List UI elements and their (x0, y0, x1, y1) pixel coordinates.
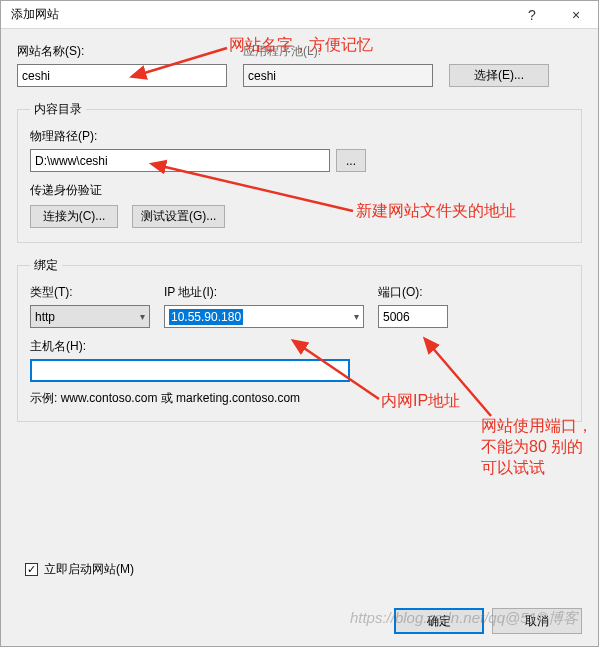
close-button[interactable]: × (554, 1, 598, 29)
help-button[interactable]: ? (510, 1, 554, 29)
pass-through-auth-label: 传递身份验证 (30, 182, 569, 199)
ip-select[interactable]: 10.55.90.180 ▾ (164, 305, 364, 328)
browse-path-button[interactable]: ... (336, 149, 366, 172)
watermark: https://blog.csdn.net/qq@51©博客 (350, 609, 578, 628)
start-immediately-label: 立即启动网站(M) (44, 561, 134, 578)
physical-path-input[interactable] (30, 149, 330, 172)
titlebar: 添加网站 ? × (1, 1, 598, 29)
app-pool-label: 应用程序池(L): (243, 43, 433, 60)
hostname-input[interactable] (30, 359, 350, 382)
type-label: 类型(T): (30, 284, 150, 301)
start-immediately-checkbox[interactable]: ✓ 立即启动网站(M) (25, 561, 134, 578)
site-name-label: 网站名称(S): (17, 43, 227, 60)
type-select[interactable]: http ▾ (30, 305, 150, 328)
chevron-down-icon: ▾ (140, 311, 145, 322)
dialog-title: 添加网站 (11, 6, 59, 23)
help-icon: ? (528, 7, 536, 23)
content-directory-group: 内容目录 物理路径(P): ... 传递身份验证 连接为(C)... 测试设置(… (17, 101, 582, 243)
site-name-input[interactable] (17, 64, 227, 87)
ip-value: 10.55.90.180 (169, 309, 243, 325)
binding-group: 绑定 类型(T): http ▾ IP 地址(I): 10.55.90.180 … (17, 257, 582, 422)
port-label: 端口(O): (378, 284, 448, 301)
checkbox-icon: ✓ (25, 563, 38, 576)
app-pool-input (243, 64, 433, 87)
hostname-example: 示例: www.contoso.com 或 marketing.contoso.… (30, 390, 569, 407)
hostname-label: 主机名(H): (30, 338, 569, 355)
test-settings-button[interactable]: 测试设置(G)... (132, 205, 225, 228)
chevron-down-icon: ▾ (354, 311, 359, 322)
physical-path-label: 物理路径(P): (30, 128, 569, 145)
binding-legend: 绑定 (30, 257, 62, 274)
close-icon: × (572, 7, 580, 23)
port-input[interactable] (378, 305, 448, 328)
add-website-dialog: 添加网站 ? × 网站名称(S): 应用程序池(L): 选择(E)... 内容目… (0, 0, 599, 647)
annotation-port: 网站使用端口， 不能为80 别的 可以试试 (481, 416, 593, 478)
connect-as-button[interactable]: 连接为(C)... (30, 205, 118, 228)
content-directory-legend: 内容目录 (30, 101, 86, 118)
select-app-pool-button[interactable]: 选择(E)... (449, 64, 549, 87)
ip-label: IP 地址(I): (164, 284, 364, 301)
